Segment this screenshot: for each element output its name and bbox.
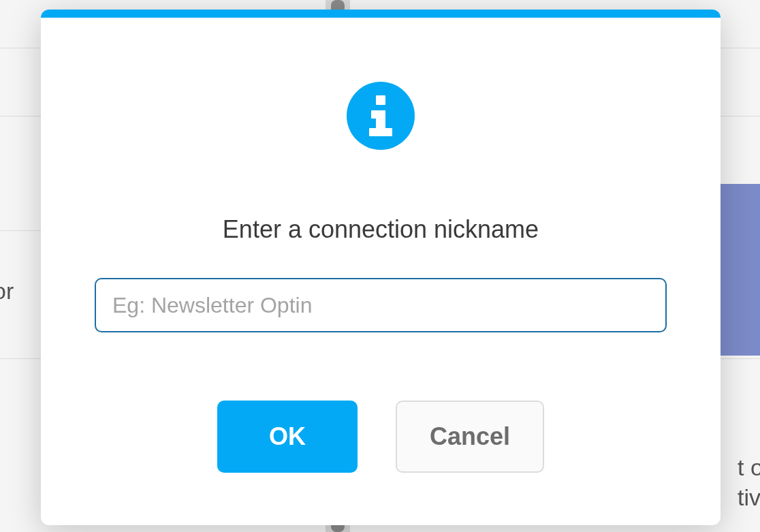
connection-nickname-dialog: Enter a connection nickname OK Cancel [41, 10, 721, 525]
cancel-button[interactable]: Cancel [396, 401, 544, 473]
info-icon [347, 82, 415, 150]
svg-rect-4 [369, 128, 392, 136]
connection-nickname-input[interactable] [95, 278, 667, 332]
ok-button[interactable]: OK [217, 401, 358, 473]
svg-rect-1 [376, 95, 385, 105]
bg-text-fragment: or [0, 278, 14, 304]
bg-text-fragment: t of tive [738, 452, 760, 512]
dialog-button-row: OK Cancel [217, 401, 544, 473]
dialog-accent-bar [41, 10, 721, 18]
svg-rect-3 [376, 110, 385, 131]
dialog-heading: Enter a connection nickname [223, 215, 539, 244]
